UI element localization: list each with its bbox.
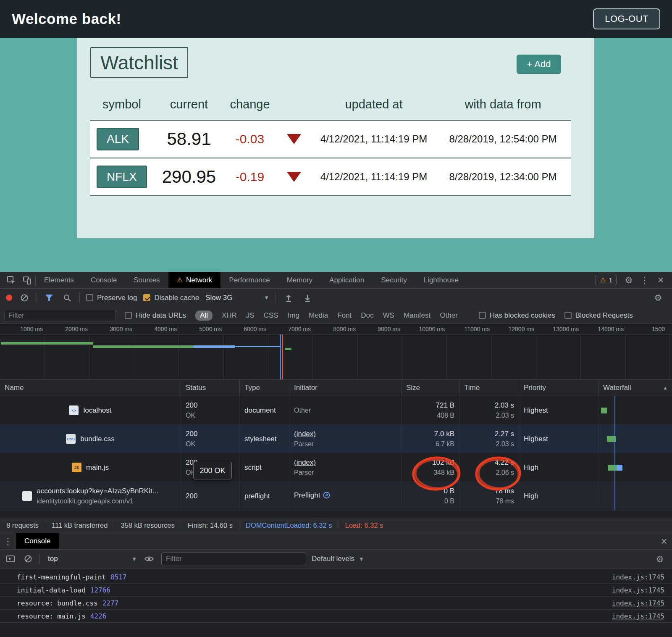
column-header-status[interactable]: Status xyxy=(181,380,239,396)
page-title: Welcome back! xyxy=(12,11,121,27)
search-icon[interactable] xyxy=(61,289,73,307)
tab-console-drawer[interactable]: Console xyxy=(16,533,59,549)
issues-badge[interactable]: ⚠ 1 xyxy=(596,275,617,285)
execution-context-select[interactable]: top ▼ xyxy=(45,555,137,563)
ruler-divider xyxy=(0,334,672,334)
import-har-icon[interactable] xyxy=(282,289,295,307)
size-sub: 0 B xyxy=(444,497,454,505)
record-button[interactable] xyxy=(6,295,12,301)
timeline-tick: 2000 ms xyxy=(52,326,88,332)
type-filter-xhr[interactable]: XHR xyxy=(222,311,237,320)
console-log-row: resource: main.js 4226 index.js:1745 xyxy=(0,610,672,623)
column-header-priority[interactable]: Priority xyxy=(519,380,598,396)
current-price: 290.95 xyxy=(153,167,225,187)
console-sidebar-toggle-icon[interactable] xyxy=(4,550,17,568)
column-header-updated-at: updated at xyxy=(313,97,435,111)
type-filter-manifest[interactable]: Manifest xyxy=(404,311,430,320)
status-tooltip: 200 OK xyxy=(193,462,232,479)
status-text: OK xyxy=(186,440,235,448)
type-filter-css[interactable]: CSS xyxy=(264,311,278,320)
type-filter-ws[interactable]: WS xyxy=(383,311,394,320)
console-settings-icon[interactable]: ⚙ xyxy=(652,550,668,568)
timeline-tick: 1000 ms xyxy=(7,326,43,332)
type-filter-media[interactable]: Media xyxy=(309,311,328,320)
export-har-icon[interactable] xyxy=(301,289,314,307)
initiator-link[interactable]: (index) xyxy=(294,430,396,438)
status-code: 200 xyxy=(186,492,235,500)
tab-application[interactable]: Application xyxy=(321,272,373,288)
close-devtools-icon[interactable]: × xyxy=(653,272,669,288)
type-filter-other[interactable]: Other xyxy=(440,311,458,320)
column-header-type[interactable]: Type xyxy=(239,380,289,396)
size-value: 102 kB xyxy=(432,458,454,467)
network-row-main-js[interactable]: JS main.js 200 OK script (index) Parser … xyxy=(0,453,672,482)
clear-network-icon[interactable] xyxy=(18,289,30,307)
throttling-select[interactable]: Slow 3G ▼ xyxy=(205,294,269,302)
time-value: 2.27 s xyxy=(495,430,514,438)
hide-data-urls-checkbox[interactable] xyxy=(125,312,132,319)
column-header-time[interactable]: Time xyxy=(459,380,519,396)
column-header-waterfall[interactable]: Waterfall ▲ xyxy=(598,380,672,396)
sort-asc-icon: ▲ xyxy=(663,385,668,391)
network-row-localhost[interactable]: <> localhost 200 OK document Other 721 B… xyxy=(0,396,672,425)
blocked-requests-checkbox[interactable] xyxy=(564,312,572,319)
log-levels-select[interactable]: Default levels ▼ xyxy=(312,555,364,563)
preserve-log-checkbox[interactable] xyxy=(86,294,93,301)
network-summary-bar: 8 requests 111 kB transferred 358 kB res… xyxy=(0,518,672,533)
type-filter-js[interactable]: JS xyxy=(246,311,255,320)
device-toolbar-icon[interactable] xyxy=(19,272,35,288)
tab-lighthouse[interactable]: Lighthouse xyxy=(415,272,467,288)
disable-cache-checkbox[interactable] xyxy=(143,294,150,301)
network-table-header: Name Status Type Initiator Size Time Pri… xyxy=(0,380,672,396)
type-filter-img[interactable]: Img xyxy=(288,311,299,320)
add-button[interactable]: + Add xyxy=(517,55,561,74)
timeline-gridline xyxy=(268,334,268,379)
symbol-badge[interactable]: NFLX xyxy=(97,166,147,188)
symbol-badge[interactable]: ALK xyxy=(97,128,139,150)
network-filter-input[interactable] xyxy=(4,310,116,321)
tab-performance[interactable]: Performance xyxy=(220,272,278,288)
initiator-link[interactable]: (index) xyxy=(294,458,396,467)
drawer-close-icon[interactable]: × xyxy=(656,533,672,549)
console-filter-input[interactable] xyxy=(161,553,306,565)
column-header-size[interactable]: Size xyxy=(401,380,459,396)
network-row-bundle-css[interactable]: CSS bundle.css 200 OK stylesheet (index)… xyxy=(0,425,672,453)
tab-memory[interactable]: Memory xyxy=(278,272,321,288)
tab-security[interactable]: Security xyxy=(373,272,415,288)
console-log-row: initial-data-load 12766 index.js:1745 xyxy=(0,584,672,597)
eye-icon[interactable] xyxy=(142,550,156,568)
settings-gear-icon[interactable]: ⚙ xyxy=(621,272,637,288)
log-value: 4226 xyxy=(90,612,107,620)
down-triangle-icon xyxy=(287,134,301,144)
log-source-link[interactable]: index.js:1745 xyxy=(612,586,664,594)
filter-funnel-icon[interactable] xyxy=(43,289,55,307)
type-filter-all[interactable]: All xyxy=(195,311,213,321)
tab-network[interactable]: ⚠ Network xyxy=(168,272,221,288)
timeline-gridline xyxy=(669,334,670,379)
timeline-tick: 8000 ms xyxy=(320,326,356,332)
initiator-link[interactable]: Preflight xyxy=(294,491,396,501)
tab-console[interactable]: Console xyxy=(82,272,125,288)
log-source-link[interactable]: index.js:1745 xyxy=(612,599,664,607)
type-filter-font[interactable]: Font xyxy=(337,311,352,320)
watchlist-row: NFLX 290.95 -0.19 4/12/2021, 11:14:19 PM… xyxy=(90,158,571,195)
type-filter-doc[interactable]: Doc xyxy=(361,311,373,320)
tab-elements[interactable]: Elements xyxy=(36,272,82,288)
console-clear-icon[interactable] xyxy=(22,550,34,568)
has-blocked-cookies-checkbox[interactable] xyxy=(479,312,486,319)
more-menu-icon[interactable]: ⋮ xyxy=(637,272,653,288)
inspect-element-icon[interactable] xyxy=(3,272,19,288)
has-blocked-cookies-label: Has blocked cookies xyxy=(490,311,555,320)
log-source-link[interactable]: index.js:1745 xyxy=(612,573,664,581)
timeline-overview[interactable]: 1000 ms 2000 ms 3000 ms 4000 ms 5000 ms … xyxy=(0,324,672,380)
network-row-accounts-lookup[interactable]: accounts:lookup?key=AIzaSyBnRKit... iden… xyxy=(0,482,672,511)
tab-sources[interactable]: Sources xyxy=(125,272,168,288)
preserve-log-label: Preserve log xyxy=(97,294,137,302)
logout-button[interactable]: LOG-OUT xyxy=(593,8,660,29)
network-settings-icon[interactable]: ⚙ xyxy=(650,289,666,307)
time-value: 78 ms xyxy=(495,487,514,495)
column-header-name[interactable]: Name xyxy=(0,380,181,396)
drawer-menu-icon[interactable]: ⋮ xyxy=(0,533,16,549)
log-source-link[interactable]: index.js:1745 xyxy=(612,612,664,620)
column-header-initiator[interactable]: Initiator xyxy=(289,380,401,396)
